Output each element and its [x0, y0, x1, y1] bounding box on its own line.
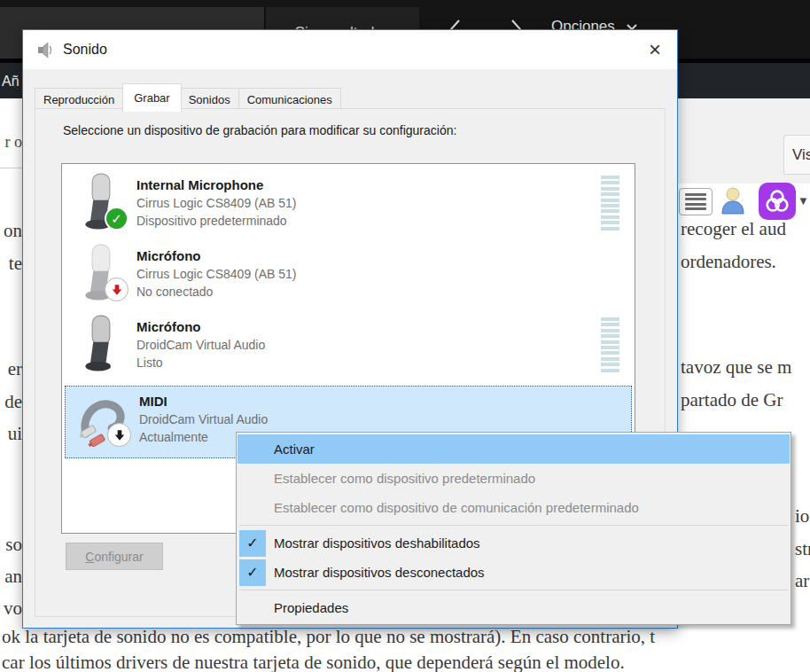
menu-item-label: Propiedades: [267, 600, 348, 615]
menu-gutter: ✓: [238, 529, 267, 557]
configure-button-label: Configurar: [85, 550, 143, 564]
close-button[interactable]: ×: [643, 38, 666, 61]
instruction-text: Seleccione un dispositivo de grabación p…: [63, 123, 456, 137]
text-fragment: de: [0, 391, 22, 413]
device-row-microfono-cirrus[interactable]: Micrófono Cirrus Logic CS8409 (AB 51) No…: [62, 240, 635, 311]
device-name: Micrófono: [136, 319, 201, 334]
device-status: Dispositivo predeterminado: [136, 214, 287, 228]
menu-item-label: Activar: [267, 441, 315, 457]
configure-button[interactable]: Configurar: [66, 543, 163, 570]
notes-icon[interactable]: [679, 188, 713, 215]
reader-tab[interactable]: Vis: [783, 135, 810, 175]
speaker-icon: [36, 41, 54, 59]
reader-tab-label: Vis: [792, 146, 810, 164]
menu-item-activar[interactable]: Activar: [238, 434, 790, 464]
text-fragment: ordenadores.: [681, 251, 776, 273]
text-fragment: te: [0, 253, 22, 275]
purple-app-icon[interactable]: [759, 183, 796, 220]
menu-item-propiedades[interactable]: Propiedades: [238, 593, 790, 622]
menu-item-label: Establecer como dispositivo de comunicac…: [267, 500, 639, 515]
article-line: car los últimos drivers de nuestra tarje…: [2, 652, 625, 672]
menu-gutter: [238, 594, 267, 621]
toolbar-text-fragment: Añ: [2, 74, 19, 90]
text-fragment: io: [795, 505, 809, 527]
knot-glyph: [762, 186, 792, 216]
menu-item-show-disconnected-devices[interactable]: ✓ Mostrar dispositivos desconectados: [238, 558, 790, 587]
device-context-menu: Activar Establecer como dispositivo pred…: [236, 432, 791, 625]
text-fragment: so: [0, 534, 22, 556]
divider: [0, 168, 22, 168]
menu-gutter: [238, 465, 267, 492]
menu-item-set-default[interactable]: Establecer como dispositivo predetermina…: [238, 464, 790, 493]
checkmark-icon: ✓: [239, 530, 266, 557]
dialog-titlebar[interactable]: Sonido ×: [23, 30, 677, 69]
text-fragment: ar: [795, 570, 809, 592]
screen: Vis ▼ r o on te er de ui so an vo recoge…: [0, 0, 810, 672]
device-description: DroidCam Virtual Audio: [136, 338, 265, 352]
microphone-icon: [76, 315, 126, 375]
text-fragment: ui: [0, 423, 22, 445]
menu-item-set-communication-default[interactable]: Establecer como dispositivo de comunicac…: [238, 493, 790, 522]
person-glyph: [720, 186, 746, 215]
menu-gutter: [238, 435, 267, 463]
text-fragment: on: [0, 220, 22, 242]
device-status: Listo: [136, 356, 163, 370]
device-description: DroidCam Virtual Audio: [139, 412, 268, 426]
device-name: Micrófono: [136, 248, 201, 263]
text-fragment: recoger el aud: [681, 218, 786, 240]
text-fragment: an: [0, 566, 22, 588]
menu-item-show-disabled-devices[interactable]: ✓ Mostrar dispositivos deshabilitados: [238, 528, 790, 558]
dropdown-caret-icon[interactable]: ▼: [798, 194, 809, 207]
text-fragment: tavoz que se m: [681, 356, 791, 379]
device-row-microfono-droidcam[interactable]: Micrófono DroidCam Virtual Audio Listo: [62, 311, 635, 382]
menu-item-label: Establecer como dispositivo predetermina…: [267, 471, 535, 486]
checkmark-icon: ✓: [239, 559, 266, 586]
text-fragment: str: [795, 538, 810, 560]
device-description: Cirrus Logic CS8409 (AB 51): [136, 267, 297, 281]
menu-item-label: Mostrar dispositivos deshabilitados: [267, 535, 480, 551]
menu-item-label: Mostrar dispositivos desconectados: [267, 565, 485, 580]
device-status: Actualmente: [139, 430, 208, 444]
device-name: MIDI: [139, 394, 167, 409]
text-fragment: r o: [0, 133, 22, 152]
disconnected-arrow-icon: [105, 277, 129, 301]
device-status: No conectado: [136, 285, 213, 299]
text-fragment: er: [0, 358, 22, 380]
tab-grabar[interactable]: Grabar: [122, 83, 181, 112]
article-line: ok la tarjeta de sonido no es compatible…: [2, 626, 655, 648]
text-fragment: partado de Gr: [681, 389, 783, 411]
profile-icon[interactable]: [720, 186, 746, 219]
menu-separator: [239, 525, 788, 526]
level-meter: [601, 176, 619, 232]
dialog-title: Sonido: [63, 42, 107, 58]
device-description: Cirrus Logic CS8409 (AB 51): [136, 196, 297, 210]
menu-separator: [239, 590, 788, 590]
menu-gutter: ✓: [238, 559, 267, 586]
device-name: Internal Microphone: [136, 177, 263, 192]
menu-gutter: [238, 494, 267, 521]
default-device-check-icon: ✓: [105, 207, 129, 231]
disabled-arrow-icon: [107, 423, 131, 447]
level-meter: [601, 317, 619, 374]
text-fragment: vo: [0, 598, 22, 620]
device-row-internal-microphone[interactable]: ✓ Internal Microphone Cirrus Logic CS840…: [62, 169, 635, 240]
